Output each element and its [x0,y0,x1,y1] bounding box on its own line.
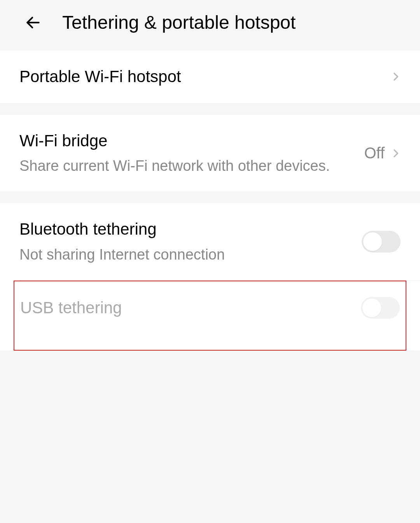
item-title: Bluetooth tethering [19,219,362,240]
header: Tethering & portable hotspot [0,0,420,49]
item-subtitle: Share current Wi-Fi network with other d… [19,156,364,176]
portable-wifi-hotspot-item[interactable]: Portable Wi-Fi hotspot [0,51,420,103]
bluetooth-tethering-toggle[interactable] [362,231,401,253]
section-bridge: Wi-Fi bridge Share current Wi-Fi network… [0,115,420,192]
section-tethering: Bluetooth tethering Not sharing Internet… [0,203,420,351]
list-item-content: Bluetooth tethering Not sharing Internet… [19,219,362,265]
wifi-bridge-item[interactable]: Wi-Fi bridge Share current Wi-Fi network… [0,115,420,192]
page-title: Tethering & portable hotspot [62,12,296,33]
list-item-content: Portable Wi-Fi hotspot [19,66,390,88]
item-right [362,231,401,253]
section-hotspot: Portable Wi-Fi hotspot [0,51,420,103]
item-right [390,68,401,85]
chevron-right-icon [390,68,401,85]
item-title: Portable Wi-Fi hotspot [19,66,390,88]
usb-tethering-toggle [361,297,400,319]
item-title: USB tethering [20,297,361,319]
highlighted-usb-tethering: USB tethering [14,281,406,351]
item-right: Off [364,144,401,162]
status-badge: Off [364,144,385,162]
item-subtitle: Not sharing Internet connection [19,245,362,265]
chevron-right-icon [390,145,401,161]
list-item-content: Wi-Fi bridge Share current Wi-Fi network… [19,130,364,176]
section-gap [0,103,420,113]
back-icon[interactable] [23,13,43,32]
usb-tethering-item: USB tethering [14,281,406,350]
bluetooth-tethering-item[interactable]: Bluetooth tethering Not sharing Internet… [0,203,420,280]
item-right [361,297,400,319]
list-item-content: USB tethering [20,297,361,319]
section-gap [0,191,420,201]
toggle-knob [362,298,381,317]
item-title: Wi-Fi bridge [19,130,364,152]
toggle-knob [363,232,382,251]
